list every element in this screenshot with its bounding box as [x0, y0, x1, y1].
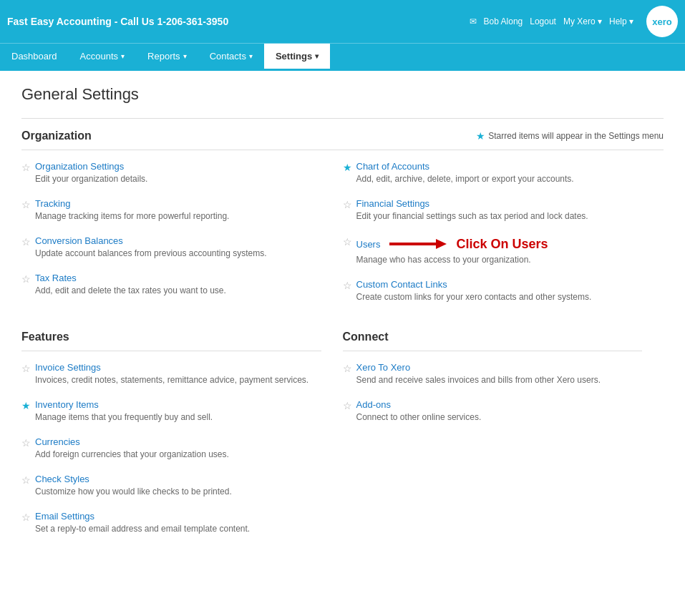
list-item: ☆ Email Settings Set a reply-to email ad… — [21, 511, 321, 534]
currencies-link[interactable]: Currencies — [35, 436, 80, 447]
custom-contact-links-desc: Create custom links for your xero contac… — [356, 292, 592, 302]
nav-bar: Dashboard Accounts ▾ Reports ▾ Contacts … — [0, 43, 685, 71]
reports-dropdown-icon: ▾ — [183, 52, 187, 60]
check-styles-star-icon[interactable]: ☆ — [21, 474, 31, 486]
nav-contacts[interactable]: Contacts ▾ — [198, 44, 264, 71]
features-section-title: Features — [21, 331, 321, 343]
financial-settings-link[interactable]: Financial Settings — [356, 198, 430, 209]
chart-of-accounts-desc: Add, edit, archive, delete, import or ex… — [356, 174, 574, 184]
xero-to-xero-link[interactable]: Xero To Xero — [356, 362, 411, 373]
features-divider — [21, 351, 321, 351]
users-star-icon[interactable]: ☆ — [343, 236, 352, 248]
brand-name: Fast Easy Accounting - Call Us 1-206-361… — [7, 16, 228, 27]
my-xero-button[interactable]: My Xero ▾ — [563, 16, 602, 26]
list-item: ☆ Xero To Xero Send and receive sales in… — [343, 362, 643, 385]
help-arrow-icon: ▾ — [629, 16, 633, 26]
accounts-dropdown-icon: ▾ — [121, 52, 125, 60]
org-divider — [21, 150, 664, 150]
conversion-star-icon[interactable]: ☆ — [21, 236, 31, 248]
xero-to-xero-star-icon[interactable]: ☆ — [343, 363, 352, 374]
tax-rates-desc: Add, edit and delete the tax rates you w… — [35, 285, 226, 295]
financial-star-icon[interactable]: ☆ — [343, 199, 352, 210]
logout-link[interactable]: Logout — [530, 16, 556, 26]
connect-col: Connect ☆ Xero To Xero Send and receive … — [343, 331, 664, 548]
inventory-star-icon[interactable]: ★ — [21, 400, 31, 411]
nav-settings[interactable]: Settings ▾ — [264, 44, 330, 71]
inventory-items-desc: Manage items that you frequently buy and… — [35, 412, 213, 422]
title-divider — [21, 118, 664, 119]
list-item: ☆ Add-ons Connect to other online servic… — [343, 399, 643, 422]
email-settings-star-icon[interactable]: ☆ — [21, 512, 31, 523]
list-item: ☆ Invoice Settings Invoices, credit note… — [21, 362, 321, 385]
email-icon: ✉ — [470, 16, 477, 26]
top-bar: Fast Easy Accounting - Call Us 1-206-361… — [0, 0, 685, 43]
red-arrow-icon — [386, 235, 450, 253]
org-right-col: ★ Chart of Accounts Add, edit, archive, … — [343, 161, 664, 316]
starred-note: ★ Starred items will appear in the Setti… — [476, 130, 664, 142]
users-link[interactable]: Users — [356, 239, 381, 250]
list-item: ☆ Tax Rates Add, edit and delete the tax… — [21, 273, 321, 295]
financial-settings-desc: Edit your financial settings such as tax… — [356, 211, 588, 221]
connect-section-title: Connect — [343, 331, 643, 343]
tracking-desc: Manage tracking items for more powerful … — [35, 211, 229, 221]
org-settings-link[interactable]: Organization Settings — [35, 161, 124, 172]
check-styles-link[interactable]: Check Styles — [35, 474, 89, 484]
chart-star-icon[interactable]: ★ — [343, 162, 352, 173]
list-item: ★ Chart of Accounts Add, edit, archive, … — [343, 161, 643, 184]
xero-to-xero-desc: Send and receive sales invoices and bill… — [356, 375, 601, 385]
star-filled-icon: ★ — [476, 130, 485, 142]
list-item: ☆ Check Styles Customize how you would l… — [21, 474, 321, 497]
organization-section-title: Organization — [21, 129, 92, 142]
org-settings-grid: ☆ Organization Settings Edit your organi… — [21, 161, 664, 316]
contacts-dropdown-icon: ▾ — [249, 52, 253, 60]
add-ons-desc: Connect to other online services. — [356, 412, 482, 422]
features-col: Features ☆ Invoice Settings Invoices, cr… — [21, 331, 343, 548]
list-item: ☆ Organization Settings Edit your organi… — [21, 161, 321, 184]
features-connect-section: Features ☆ Invoice Settings Invoices, cr… — [21, 331, 664, 548]
page-content: General Settings Organization ★ Starred … — [0, 71, 685, 562]
tracking-link[interactable]: Tracking — [35, 198, 70, 209]
invoice-settings-desc: Invoices, credit notes, statements, remi… — [35, 375, 309, 385]
list-item: ☆ Conversion Balances Update account bal… — [21, 235, 321, 258]
organization-section-header: Organization ★ Starred items will appear… — [21, 129, 664, 142]
invoice-settings-link[interactable]: Invoice Settings — [35, 362, 101, 373]
top-right-nav: ✉ Bob Along Logout My Xero ▾ Help ▾ xero — [470, 6, 678, 37]
chart-of-accounts-link[interactable]: Chart of Accounts — [356, 161, 430, 172]
page-title: General Settings — [21, 85, 664, 104]
list-item: ☆ Tracking Manage tracking items for mor… — [21, 198, 321, 221]
check-styles-desc: Customize how you would like checks to b… — [35, 487, 232, 497]
addons-star-icon[interactable]: ☆ — [343, 400, 352, 411]
user-name[interactable]: Bob Along — [484, 16, 523, 26]
inventory-items-link[interactable]: Inventory Items — [35, 399, 99, 410]
currencies-star-icon[interactable]: ☆ — [21, 437, 31, 449]
help-button[interactable]: Help ▾ — [609, 16, 633, 26]
tracking-star-icon[interactable]: ☆ — [21, 199, 31, 210]
nav-accounts[interactable]: Accounts ▾ — [69, 44, 136, 71]
custom-contact-star-icon[interactable]: ☆ — [343, 280, 352, 291]
custom-contact-links-link[interactable]: Custom Contact Links — [356, 279, 447, 290]
add-ons-link[interactable]: Add-ons — [356, 399, 391, 410]
users-row: Users Click On Users — [356, 235, 548, 253]
connect-divider — [343, 351, 643, 351]
list-item: ★ Inventory Items Manage items that you … — [21, 399, 321, 422]
nav-reports[interactable]: Reports ▾ — [136, 44, 198, 71]
nav-dashboard[interactable]: Dashboard — [0, 44, 69, 71]
list-item: ☆ Users Click On Users Manage who has ac… — [343, 235, 643, 265]
users-desc: Manage who has access to your organizati… — [356, 255, 548, 265]
taxrates-star-icon[interactable]: ☆ — [21, 273, 31, 285]
org-settings-desc: Edit your organization details. — [35, 174, 147, 184]
email-settings-link[interactable]: Email Settings — [35, 511, 94, 522]
xero-logo: xero — [646, 6, 678, 37]
list-item: ☆ Financial Settings Edit your financial… — [343, 198, 643, 221]
tax-rates-link[interactable]: Tax Rates — [35, 273, 77, 283]
invoice-star-icon[interactable]: ☆ — [21, 363, 31, 374]
email-settings-desc: Set a reply-to email address and email t… — [35, 524, 250, 534]
conversion-balances-desc: Update account balances from previous ac… — [35, 248, 267, 258]
click-on-users-label: Click On Users — [456, 237, 548, 252]
settings-dropdown-icon: ▾ — [315, 52, 319, 60]
org-settings-star-icon[interactable]: ☆ — [21, 162, 31, 173]
my-xero-arrow-icon: ▾ — [598, 16, 602, 26]
svg-marker-1 — [436, 239, 447, 249]
org-left-col: ☆ Organization Settings Edit your organi… — [21, 161, 343, 316]
conversion-balances-link[interactable]: Conversion Balances — [35, 235, 123, 246]
